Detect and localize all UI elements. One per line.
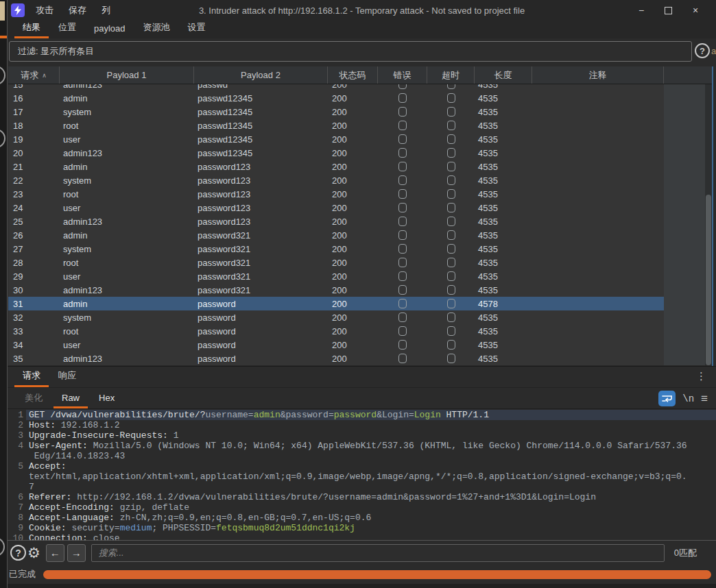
editor-mode-tab[interactable]: Raw [52,388,89,408]
payload2-cell: password [194,354,328,364]
newline-toggle-icon[interactable]: \n [682,393,694,404]
vertical-scrollbar[interactable] [705,84,712,365]
minimize-button[interactable]: − [636,5,647,16]
request-number-cell: 25 [8,217,60,227]
line-number [8,451,26,461]
table-row[interactable]: 27systempassword3212004535 [8,242,664,256]
timeout-checkbox-cell [427,217,475,226]
scrollbar-thumb[interactable] [706,195,711,365]
results-table: 请求∧Payload 1Payload 2状态码错误超时长度注释 15admin… [8,66,712,365]
editor-line: Edg/114.0.1823.43 [8,451,716,461]
table-row[interactable]: 35admin123password2004535 [8,352,664,365]
table-row[interactable]: 23rootpassword1232004535 [8,187,664,201]
bottom-strip [8,584,716,588]
table-row[interactable]: 34userpassword2004535 [8,338,664,352]
table-row[interactable]: 26adminpassword3212004535 [8,228,664,242]
main-tab[interactable]: 位置 [49,21,85,38]
background-fragment [0,1,5,21]
request-number-cell: 22 [8,175,60,186]
timeout-checkbox [447,258,455,267]
column-header[interactable]: 状态码 [328,66,378,84]
search-input[interactable] [91,544,665,562]
column-header[interactable]: Payload 1 [60,66,194,84]
error-checkbox [398,217,407,226]
table-row[interactable]: 21adminpassword1232004535 [8,160,664,173]
gear-icon[interactable]: ⚙ [27,546,40,560]
error-checkbox [398,93,407,103]
help-icon[interactable]: ? [695,43,710,58]
table-row[interactable]: 32systempassword2004535 [8,310,664,324]
close-button[interactable]: × [690,5,701,16]
column-header[interactable] [664,66,704,84]
payload1-cell: admin123 [60,84,194,90]
editor-line: 3Upgrade-Insecure-Requests: 1 [8,430,716,441]
length-cell: 4535 [475,217,532,227]
table-row[interactable]: 15admin123passwd2004535 [8,84,664,91]
payload2-cell: password [194,313,328,323]
help-icon[interactable]: ? [10,545,26,561]
message-tab[interactable]: 响应 [49,369,85,387]
column-header[interactable]: 注释 [532,66,664,84]
request-number-cell: 23 [8,189,60,199]
table-row[interactable]: 33rootpassword2004535 [8,324,664,338]
timeout-checkbox [447,162,455,171]
message-tab[interactable]: 请求 [14,369,49,387]
status-code-cell: 200 [328,271,378,282]
editor-line: 7 [8,482,716,492]
timeout-checkbox-cell [427,313,475,322]
editor-mode-tab[interactable]: Hex [89,388,124,408]
kebab-menu-icon[interactable]: ⋮ [696,371,706,381]
error-checkbox-cell [378,175,427,185]
table-row[interactable]: 22systempassword1232004535 [8,173,664,187]
previous-match-button[interactable]: ← [46,544,64,562]
column-header[interactable]: 错误 [378,66,427,84]
table-row[interactable]: 16adminpasswd123452004535 [8,91,664,105]
status-code-cell: 200 [328,299,378,309]
table-row[interactable]: 30admin123password3212004535 [8,283,664,297]
table-row[interactable]: 19userpasswd123452004535 [8,132,664,146]
column-header[interactable]: 超时 [427,66,475,84]
table-row[interactable]: 24userpassword1232004535 [8,201,664,215]
timeout-checkbox [447,326,455,336]
error-checkbox [398,326,407,336]
soft-wrap-icon[interactable] [658,391,676,406]
column-header[interactable]: 长度 [475,66,532,84]
menu-item[interactable]: 列 [102,4,110,16]
timeout-checkbox-cell [427,93,475,103]
main-tab[interactable]: 结果 [14,21,49,38]
error-checkbox-cell [378,340,427,350]
hamburger-menu-icon[interactable]: ≡ [701,393,708,404]
next-match-button[interactable]: → [67,544,86,562]
editor-line: 4User-Agent: Mozilla/5.0 (Windows NT 10.… [8,441,716,451]
table-row[interactable]: 18rootpasswd123452004535 [8,119,664,132]
payload2-cell: password321 [194,244,328,254]
error-checkbox [398,107,407,117]
menu-item[interactable]: 保存 [69,4,86,16]
table-row[interactable]: 25admin123password1232004535 [8,215,664,228]
line-number: 3 [8,430,26,441]
error-checkbox [398,244,407,254]
error-checkbox [398,134,407,144]
table-row[interactable]: 28rootpassword3212004535 [8,256,664,269]
table-row[interactable]: 17systempasswd123452004535 [8,105,664,119]
editor-mode-tab[interactable]: 美化 [15,387,52,410]
filter-bar[interactable]: 过滤: 显示所有条目 [9,41,692,62]
status-code-cell: 200 [328,107,378,117]
payload1-cell: admin [60,299,194,309]
menu-item[interactable]: 攻击 [36,4,53,16]
column-header[interactable]: Payload 2 [194,66,328,84]
timeout-checkbox [447,121,455,130]
payload2-cell: passwd12345 [194,93,328,103]
timeout-checkbox-cell [427,244,475,254]
table-row[interactable]: 20admin123passwd123452004535 [8,146,664,160]
table-row[interactable]: 29userpassword3212004535 [8,269,664,283]
line-content: Host: 192.168.1.2 [26,420,716,430]
main-tab[interactable]: 资源池 [134,21,179,38]
line-content: Edg/114.0.1823.43 [26,451,716,461]
maximize-button[interactable] [665,7,672,14]
request-editor[interactable]: 1GET /dvwa/vulnerabilities/brute/?userna… [8,410,716,541]
column-header[interactable]: 请求∧ [8,66,60,84]
main-tab[interactable]: payload [85,23,134,38]
table-row[interactable]: 31adminpassword2004578 [8,297,664,310]
main-tab[interactable]: 设置 [179,21,215,38]
